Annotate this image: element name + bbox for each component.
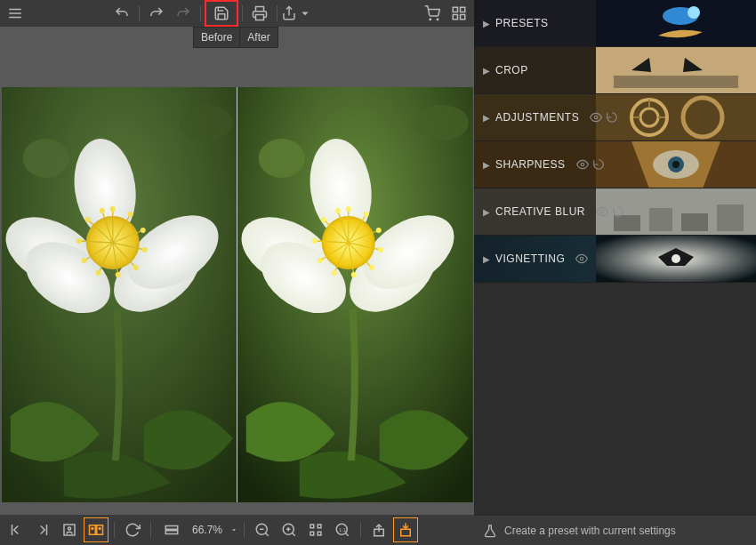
panel-sharpness[interactable]: ▶ SHARPNESS [474, 141, 756, 188]
svg-rect-10 [453, 15, 457, 20]
panel-thumbnail [596, 141, 756, 188]
next-image-button[interactable] [30, 517, 55, 542]
svg-point-69 [318, 258, 323, 263]
svg-rect-107 [596, 94, 756, 141]
editor-panel: Before After [0, 0, 474, 545]
export-button[interactable] [393, 517, 418, 542]
svg-rect-81 [165, 526, 178, 530]
chevron-right-icon: ▶ [483, 160, 490, 170]
chevron-right-icon: ▶ [483, 19, 490, 28]
svg-point-12 [22, 139, 68, 178]
svg-point-79 [92, 528, 93, 530]
separator [139, 5, 140, 21]
import-button[interactable] [366, 517, 391, 542]
svg-point-67 [351, 272, 357, 277]
panel-label: ADJUSTMENTS [495, 111, 579, 124]
panel-crop[interactable]: ▶ CROP [474, 47, 756, 94]
chevron-right-icon: ▶ [483, 254, 490, 264]
svg-rect-9 [461, 15, 465, 20]
panel-vignetting[interactable]: ▶ VIGNETTING [474, 236, 756, 283]
undo-button[interactable] [109, 1, 135, 26]
create-preset-button[interactable]: Create a preset with current settings [474, 515, 756, 545]
svg-point-38 [81, 258, 86, 263]
svg-point-36 [115, 272, 120, 277]
svg-point-44 [415, 105, 469, 140]
tools-button[interactable] [157, 517, 187, 542]
svg-point-72 [335, 208, 341, 213]
svg-text:1:1: 1:1 [339, 527, 345, 533]
chevron-right-icon: ▶ [483, 207, 490, 217]
share-button[interactable] [281, 1, 313, 26]
svg-point-34 [141, 247, 147, 252]
svg-point-35 [133, 265, 138, 270]
after-label: After [240, 27, 277, 48]
svg-point-80 [99, 528, 101, 530]
batch-button[interactable] [446, 1, 472, 26]
separator [277, 5, 277, 21]
eye-icon[interactable] [596, 205, 608, 218]
panel-label: CROP [495, 64, 528, 76]
reset-icon[interactable] [592, 158, 605, 171]
panel-adjustments[interactable]: ▶ ADJUSTMENTS [474, 94, 756, 141]
redo-history-button[interactable] [170, 1, 197, 26]
svg-point-39 [76, 238, 81, 244]
svg-point-120 [600, 210, 604, 213]
svg-point-31 [109, 206, 115, 212]
image-canvas[interactable] [0, 48, 474, 515]
reset-icon[interactable] [612, 205, 624, 218]
svg-rect-82 [165, 531, 178, 534]
svg-rect-93 [318, 532, 321, 535]
cart-button[interactable] [419, 1, 446, 26]
chevron-right-icon: ▶ [483, 66, 490, 76]
separator [114, 522, 115, 538]
rotate-button[interactable] [120, 517, 145, 542]
chevron-down-icon[interactable] [229, 525, 238, 534]
panel-label: CREATIVE BLUR [495, 205, 585, 218]
svg-point-63 [364, 212, 369, 217]
fit-button[interactable] [303, 517, 328, 542]
zoom-in-button[interactable] [277, 517, 302, 542]
single-view-button[interactable] [57, 517, 82, 542]
zoom-readout[interactable]: 66.7% [189, 524, 228, 536]
prev-image-button[interactable] [4, 517, 28, 542]
svg-point-13 [179, 105, 232, 140]
before-pane [2, 87, 237, 502]
panel-thumbnail [596, 94, 756, 141]
svg-point-71 [321, 217, 326, 222]
reset-icon[interactable] [606, 111, 618, 124]
zoom-out-button[interactable] [250, 517, 275, 542]
svg-point-37 [95, 270, 101, 276]
panel-creative-blur[interactable]: ▶ CREATIVE BLUR [474, 188, 756, 236]
eye-icon[interactable] [576, 158, 589, 171]
eye-icon[interactable] [575, 252, 588, 265]
menu-button[interactable] [2, 1, 28, 26]
svg-rect-8 [461, 7, 465, 12]
adjustments-panel: ▶ PRESETS ▶ CROP ▶ ADJUSTMENTS [474, 0, 756, 545]
eye-icon[interactable] [590, 111, 602, 124]
panel-presets[interactable]: ▶ PRESETS [474, 0, 756, 47]
panel-thumbnail [596, 0, 756, 47]
svg-point-40 [84, 217, 90, 222]
svg-point-5 [430, 19, 431, 20]
panel-label: SHARPNESS [495, 158, 566, 171]
redo-button[interactable] [143, 1, 170, 26]
svg-point-114 [581, 163, 584, 166]
split-view [2, 87, 473, 502]
compare-labels: Before After [0, 27, 474, 48]
top-toolbar [0, 0, 474, 27]
separator [244, 522, 245, 538]
save-button[interactable] [205, 0, 238, 27]
panel-label: PRESETS [495, 17, 549, 29]
svg-point-66 [369, 265, 374, 270]
svg-point-103 [688, 6, 700, 19]
print-button[interactable] [246, 1, 273, 26]
actual-size-button[interactable]: 1:1 [330, 517, 355, 542]
compare-view-button[interactable] [84, 517, 109, 542]
svg-point-68 [332, 270, 337, 276]
svg-point-76 [68, 527, 71, 530]
svg-point-64 [376, 228, 382, 233]
panel-thumbnail [596, 47, 756, 94]
svg-rect-99 [401, 529, 411, 536]
svg-rect-105 [614, 76, 738, 88]
panel-thumbnail [596, 236, 756, 283]
